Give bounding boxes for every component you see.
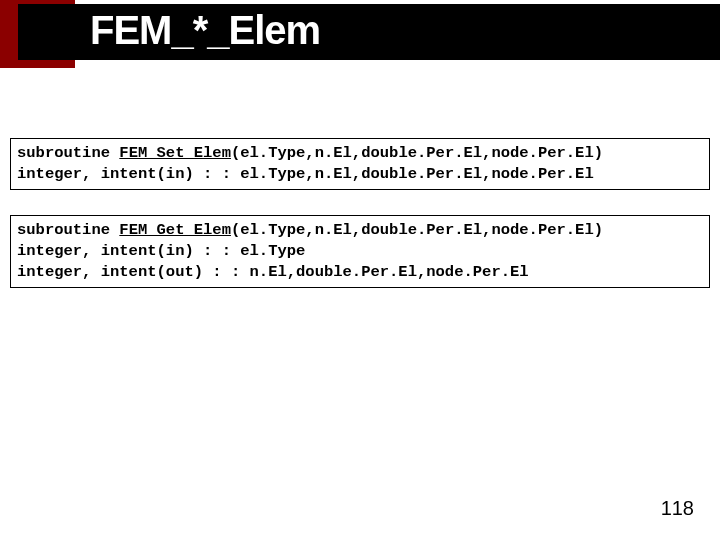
keyword-subroutine: subroutine [17, 144, 119, 162]
subroutine-signature: (el.Type,n.El,double.Per.El,node.Per.El) [231, 221, 603, 239]
code-block-get-elem: subroutine FEM_Get_Elem(el.Type,n.El,dou… [10, 215, 710, 288]
page-title: FEM_*_Elem [90, 8, 320, 53]
subroutine-name: FEM_Get_Elem [119, 221, 231, 239]
keyword-subroutine: subroutine [17, 221, 119, 239]
code-line: integer, intent(in) : : el.Type,n.El,dou… [17, 165, 594, 183]
page-number: 118 [661, 497, 694, 520]
subroutine-name: FEM_Set_Elem [119, 144, 231, 162]
subroutine-signature: (el.Type,n.El,double.Per.El,node.Per.El) [231, 144, 603, 162]
slide-header: FEM_*_Elem [0, 0, 720, 68]
code-block-set-elem: subroutine FEM_Set_Elem(el.Type,n.El,dou… [10, 138, 710, 190]
code-line: integer, intent(out) : : n.El,double.Per… [17, 263, 529, 281]
code-line: integer, intent(in) : : el.Type [17, 242, 305, 260]
